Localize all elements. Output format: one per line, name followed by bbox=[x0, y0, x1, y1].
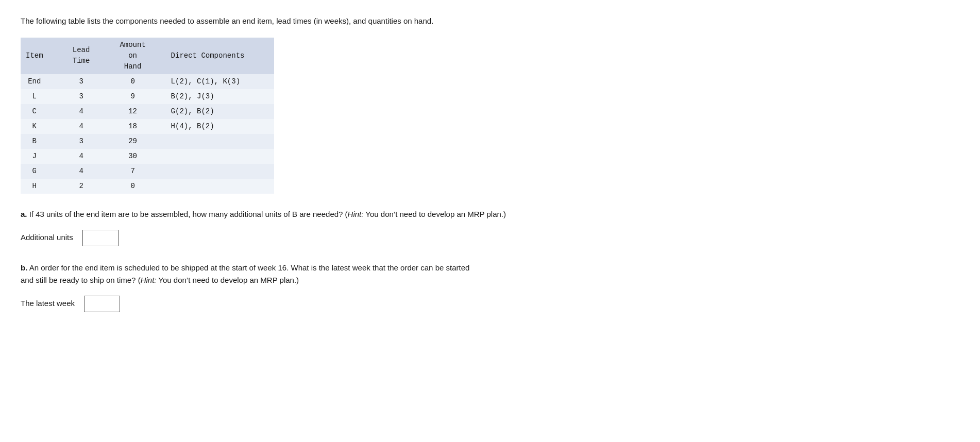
cell-direct-components bbox=[161, 164, 274, 179]
cell-direct-components bbox=[161, 179, 274, 194]
components-table-container: Item Lead Time Amount on Hand Direct Com… bbox=[21, 38, 959, 194]
additional-units-label: Additional units bbox=[21, 232, 73, 244]
question-b-answer-row: The latest week bbox=[21, 296, 959, 312]
col-header-direct-components: Direct Components bbox=[161, 38, 274, 74]
question-a-bold: a. bbox=[21, 210, 27, 218]
cell-lead-time: 3 bbox=[58, 89, 114, 104]
cell-direct-components: H(4), B(2) bbox=[161, 119, 274, 134]
cell-item: K bbox=[21, 119, 58, 134]
table-row: H20 bbox=[21, 179, 274, 194]
question-a-text: a. If 43 units of the end item are to be… bbox=[21, 208, 959, 220]
cell-direct-components bbox=[161, 149, 274, 164]
cell-lead-time: 4 bbox=[58, 119, 114, 134]
latest-week-label: The latest week bbox=[21, 298, 75, 310]
table-row: End30L(2), C(1), K(3) bbox=[21, 74, 274, 89]
additional-units-input[interactable] bbox=[82, 230, 119, 246]
col-header-amount: Amount on Hand bbox=[114, 38, 161, 74]
question-b-bold: b. bbox=[21, 263, 27, 272]
cell-item: J bbox=[21, 149, 58, 164]
cell-lead-time: 2 bbox=[58, 179, 114, 194]
latest-week-input[interactable] bbox=[84, 296, 120, 312]
cell-amount-on-hand: 7 bbox=[114, 164, 161, 179]
cell-item: C bbox=[21, 104, 58, 119]
cell-amount-on-hand: 29 bbox=[114, 134, 161, 149]
question-b-main: An order for the end item is scheduled t… bbox=[21, 263, 469, 284]
cell-lead-time: 4 bbox=[58, 164, 114, 179]
cell-direct-components: L(2), C(1), K(3) bbox=[161, 74, 274, 89]
table-row: J430 bbox=[21, 149, 274, 164]
table-body: End30L(2), C(1), K(3)L39B(2), J(3)C412G(… bbox=[21, 74, 274, 194]
cell-lead-time: 3 bbox=[58, 74, 114, 89]
table-row: B329 bbox=[21, 134, 274, 149]
question-a-answer-row: Additional units bbox=[21, 230, 959, 246]
table-row: L39B(2), J(3) bbox=[21, 89, 274, 104]
cell-amount-on-hand: 0 bbox=[114, 179, 161, 194]
cell-amount-on-hand: 9 bbox=[114, 89, 161, 104]
cell-amount-on-hand: 12 bbox=[114, 104, 161, 119]
col-header-lead-time: Lead Time bbox=[58, 38, 114, 74]
cell-item: H bbox=[21, 179, 58, 194]
table-row: G47 bbox=[21, 164, 274, 179]
components-table: Item Lead Time Amount on Hand Direct Com… bbox=[21, 38, 274, 194]
cell-item: G bbox=[21, 164, 58, 179]
cell-item: End bbox=[21, 74, 58, 89]
cell-amount-on-hand: 18 bbox=[114, 119, 161, 134]
cell-lead-time: 4 bbox=[58, 149, 114, 164]
cell-lead-time: 3 bbox=[58, 134, 114, 149]
col-header-item: Item bbox=[21, 38, 58, 74]
table-row: K418H(4), B(2) bbox=[21, 119, 274, 134]
table-row: C412G(2), B(2) bbox=[21, 104, 274, 119]
cell-item: B bbox=[21, 134, 58, 149]
question-b-text: b. An order for the end item is schedule… bbox=[21, 262, 959, 286]
cell-amount-on-hand: 30 bbox=[114, 149, 161, 164]
question-a-main: If 43 units of the end item are to be as… bbox=[29, 210, 506, 218]
cell-item: L bbox=[21, 89, 58, 104]
intro-paragraph: The following table lists the components… bbox=[21, 15, 959, 27]
cell-lead-time: 4 bbox=[58, 104, 114, 119]
cell-direct-components bbox=[161, 134, 274, 149]
cell-direct-components: B(2), J(3) bbox=[161, 89, 274, 104]
cell-amount-on-hand: 0 bbox=[114, 74, 161, 89]
cell-direct-components: G(2), B(2) bbox=[161, 104, 274, 119]
